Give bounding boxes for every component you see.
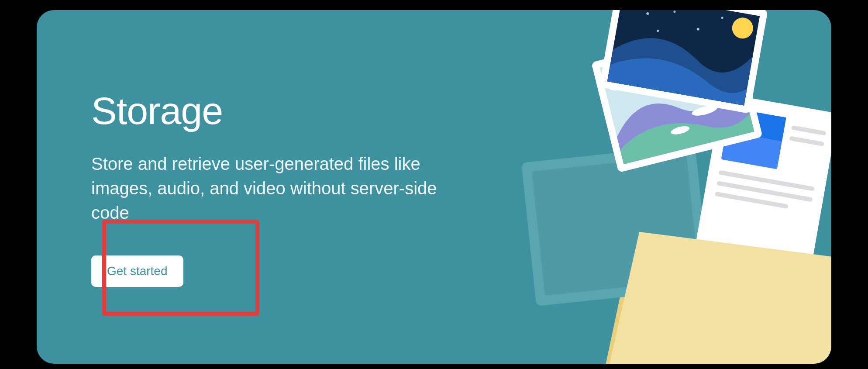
storage-illustration [491, 10, 831, 364]
get-started-button[interactable]: Get started [91, 255, 183, 287]
hero-title: Storage [91, 89, 449, 133]
storage-hero-card: Storage Store and retrieve user-generate… [37, 10, 831, 364]
hero-content: Storage Store and retrieve user-generate… [91, 89, 449, 287]
cta-wrap: Get started [91, 255, 183, 287]
hero-description: Store and retrieve user-generated files … [91, 152, 449, 225]
